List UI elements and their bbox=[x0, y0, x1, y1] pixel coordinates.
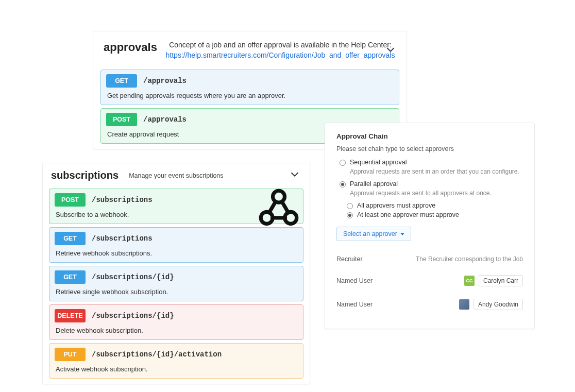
http-verb: GET bbox=[55, 232, 86, 245]
radio-label: All approvers must approve bbox=[357, 202, 435, 209]
operation-get-subscription-id[interactable]: GET /subscriptions/{id} Retrieve single … bbox=[49, 266, 303, 301]
approver-row-user2: Named User Andy Goodwin bbox=[336, 293, 523, 316]
select-approver-dropdown[interactable]: Select an approver bbox=[336, 227, 411, 241]
section-title: subscriptions bbox=[51, 169, 119, 181]
section-header: subscriptions Manage your event subscrip… bbox=[49, 168, 303, 185]
row-hint: The Recruiter corresponding to the Job bbox=[416, 255, 523, 263]
radio-sequential[interactable]: Sequential approval bbox=[336, 159, 523, 166]
radio-icon bbox=[347, 203, 353, 209]
role-label: Named User bbox=[336, 301, 373, 308]
operation-get-approvals[interactable]: GET /approvals Get pending approvals req… bbox=[100, 70, 399, 105]
endpoint-path: /approvals bbox=[143, 115, 187, 124]
avatar: CC bbox=[464, 276, 475, 286]
endpoint-path: /approvals bbox=[143, 77, 187, 85]
operation-description: Get pending approvals requests where you… bbox=[101, 92, 399, 105]
role-label: Recruiter bbox=[336, 255, 363, 263]
desc-text: Concept of a job and an offer approval i… bbox=[169, 41, 392, 49]
approver-row-user1: Named User CC Carolyn Carr bbox=[336, 269, 523, 293]
panel-subtitle: Please set chain type to select approver… bbox=[336, 145, 523, 152]
operation-description: Retrieve single webhook subscription. bbox=[49, 288, 303, 301]
section-header: approvals Concept of a job and an offer … bbox=[100, 39, 399, 66]
approval-chain-panel: Approval Chain Please set chain type to … bbox=[325, 123, 535, 329]
http-verb: POST bbox=[55, 193, 86, 207]
radio-description: Approval requests are sent to all approv… bbox=[336, 190, 523, 197]
radio-parallel[interactable]: Parallel approval bbox=[336, 180, 523, 188]
endpoint-path: /subscriptions/{id} bbox=[92, 273, 174, 281]
chevron-down-icon[interactable] bbox=[385, 44, 396, 55]
radio-icon bbox=[340, 181, 346, 188]
radio-all-must-approve[interactable]: All approvers must approve bbox=[336, 202, 523, 209]
http-verb: POST bbox=[106, 113, 137, 126]
caret-down-icon bbox=[400, 233, 404, 235]
panel-title: Approval Chain bbox=[336, 132, 523, 140]
radio-at-least-one[interactable]: At least one approver must approve bbox=[336, 211, 523, 218]
user-chip[interactable]: Andy Goodwin bbox=[473, 299, 523, 310]
radio-icon bbox=[340, 160, 346, 166]
endpoint-path: /subscriptions bbox=[92, 234, 153, 243]
avatar bbox=[459, 299, 469, 310]
endpoint-path: /subscriptions/{id}/activation bbox=[92, 350, 222, 359]
endpoint-path: /subscriptions bbox=[92, 196, 153, 204]
approver-row-recruiter: Recruiter The Recruiter corresponding to… bbox=[336, 249, 523, 269]
radio-label: At least one approver must approve bbox=[357, 211, 459, 218]
http-verb: PUT bbox=[55, 348, 86, 361]
operation-description: Activate webhook subscription. bbox=[49, 365, 303, 378]
section-title: approvals bbox=[104, 41, 157, 54]
chevron-down-icon[interactable] bbox=[289, 168, 300, 180]
radio-description: Approval requests are sent in an order t… bbox=[336, 168, 523, 175]
radio-icon bbox=[347, 212, 353, 218]
http-verb: GET bbox=[106, 74, 137, 88]
select-label: Select an approver bbox=[343, 230, 397, 237]
help-link[interactable]: https://help.smartrecruiters.com/Configu… bbox=[164, 51, 396, 59]
section-description: Manage your event subscriptions bbox=[129, 172, 301, 179]
endpoint-path: /subscriptions/{id} bbox=[92, 312, 174, 320]
operation-description: Retrieve webhook subscriptions. bbox=[49, 249, 303, 262]
http-verb: GET bbox=[55, 270, 86, 284]
operation-put-subscription-activation[interactable]: PUT /subscriptions/{id}/activation Activ… bbox=[49, 343, 303, 379]
section-description: Concept of a job and an offer approval i… bbox=[164, 41, 396, 59]
operation-description: Delete webhook subscription. bbox=[49, 327, 303, 339]
radio-label: Parallel approval bbox=[350, 180, 398, 188]
webhook-icon bbox=[257, 186, 301, 233]
operation-delete-subscription[interactable]: DELETE /subscriptions/{id} Delete webhoo… bbox=[49, 304, 303, 340]
http-verb: DELETE bbox=[55, 309, 86, 322]
role-label: Named User bbox=[336, 277, 373, 284]
radio-label: Sequential approval bbox=[350, 159, 407, 166]
user-chip[interactable]: Carolyn Carr bbox=[479, 275, 523, 286]
